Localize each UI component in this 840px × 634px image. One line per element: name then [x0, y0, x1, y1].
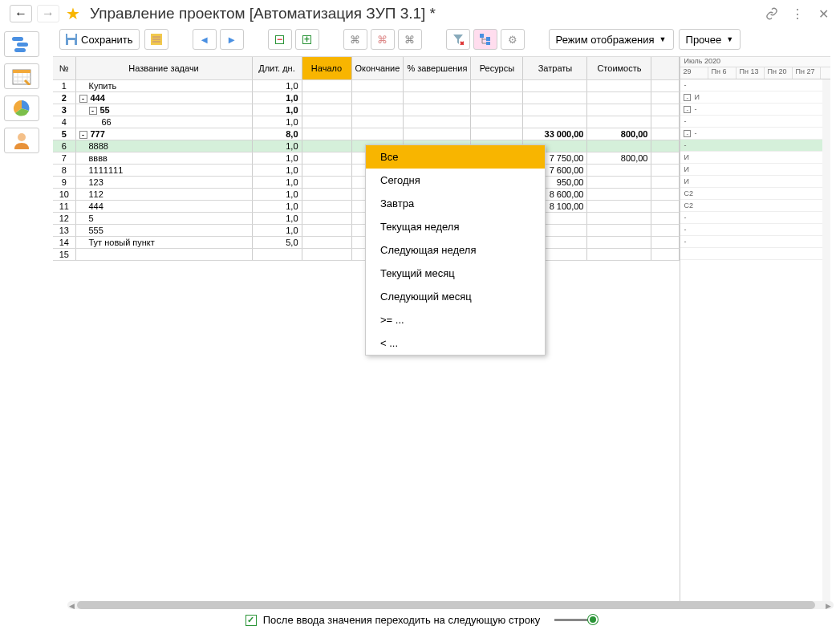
cell-extra[interactable] [651, 79, 680, 91]
gantt-chart[interactable]: Июль 2020 29Пн 6Пн 13Пн 20Пн 27 --И-----… [680, 57, 830, 601]
gantt-row[interactable] [680, 248, 830, 260]
star-icon[interactable]: ★ [64, 5, 82, 22]
cell-start[interactable] [302, 236, 351, 248]
tree-toggle[interactable]: - [79, 95, 87, 103]
col-percent[interactable]: % завершения [404, 57, 471, 79]
cell-price[interactable] [587, 200, 651, 212]
cell-name[interactable]: -55 [75, 104, 252, 116]
cell-duration[interactable]: 1,0 [252, 200, 302, 212]
cell-start[interactable] [302, 128, 351, 140]
col-num[interactable]: № [53, 57, 75, 79]
cell-start[interactable] [302, 140, 351, 152]
col-duration[interactable]: Длит. дн. [252, 57, 302, 79]
cell-price[interactable] [587, 79, 651, 91]
cell-extra[interactable] [651, 164, 680, 176]
side-btn-tasks[interactable] [4, 31, 39, 57]
cell-name[interactable]: 123 [75, 176, 252, 188]
gantt-toggle[interactable]: - [684, 130, 691, 137]
tree-toggle[interactable]: - [79, 131, 87, 139]
cell-name[interactable]: 1111111 [75, 164, 252, 176]
vertical-scrollbar[interactable] [822, 79, 830, 601]
cell-finish[interactable] [351, 128, 404, 140]
gantt-row[interactable]: - [680, 79, 830, 91]
cell-duration[interactable]: 1,0 [252, 224, 302, 236]
expand-button[interactable]: + [295, 29, 319, 50]
cell-price[interactable] [587, 212, 651, 224]
table-row[interactable]: 3-551,0 [53, 104, 680, 116]
display-mode-dropdown[interactable]: Режим отображения ▼ [549, 29, 674, 50]
cell-resources[interactable] [471, 79, 523, 91]
structure-button[interactable] [473, 29, 497, 50]
cell-costs[interactable] [523, 104, 587, 116]
collapse-button[interactable]: − [268, 29, 292, 50]
gantt-row[interactable]: - [680, 116, 830, 128]
cell-start[interactable] [302, 248, 351, 260]
col-finish[interactable]: Окончание [351, 57, 404, 79]
cell-name[interactable]: вввв [75, 152, 252, 164]
arrow-right-button[interactable]: ► [220, 29, 244, 50]
filter-menu-item[interactable]: Все [366, 145, 545, 169]
zoom-slider[interactable] [554, 619, 594, 621]
menu-icon[interactable]: ⋮ [790, 6, 805, 21]
slider-thumb[interactable] [588, 615, 598, 624]
cell-duration[interactable]: 1,0 [252, 212, 302, 224]
cell-name[interactable]: 5 [75, 212, 252, 224]
cell-extra[interactable] [651, 188, 680, 200]
other-dropdown[interactable]: Прочее ▼ [679, 29, 741, 50]
cell-extra[interactable] [651, 176, 680, 188]
cell-start[interactable] [302, 116, 351, 128]
filter-menu-item[interactable]: >= ... [366, 308, 545, 331]
cell-duration[interactable]: 5,0 [252, 236, 302, 248]
side-btn-user[interactable] [4, 128, 39, 153]
cell-duration[interactable] [252, 248, 302, 260]
cell-price[interactable] [587, 91, 651, 104]
cell-extra[interactable] [651, 116, 680, 128]
cell-duration[interactable]: 1,0 [252, 104, 302, 116]
cell-price[interactable] [587, 140, 651, 152]
gantt-row[interactable]: С2 [680, 188, 830, 200]
cell-duration[interactable]: 1,0 [252, 164, 302, 176]
cell-costs[interactable] [523, 79, 587, 91]
horizontal-scrollbar[interactable]: ◀ ▶ [67, 601, 834, 609]
cell-price[interactable] [587, 236, 651, 248]
col-costs[interactable]: Затраты [523, 57, 587, 79]
cell-name[interactable] [75, 248, 252, 260]
cell-duration[interactable]: 8,0 [252, 128, 302, 140]
cell-name[interactable]: -444 [75, 91, 252, 104]
link-add-button[interactable]: ⌘ [343, 29, 367, 50]
cell-percent[interactable] [404, 128, 471, 140]
scroll-thumb[interactable] [77, 601, 815, 609]
notes-button[interactable] [144, 29, 168, 50]
cell-percent[interactable] [404, 104, 471, 116]
cell-extra[interactable] [651, 152, 680, 164]
cell-start[interactable] [302, 152, 351, 164]
gantt-row[interactable]: -- [680, 128, 830, 140]
link-edit-button[interactable]: ⌘ [398, 29, 422, 50]
tree-toggle[interactable]: - [89, 107, 97, 115]
filter-menu-item[interactable]: < ... [366, 331, 545, 355]
cell-price[interactable]: 800,00 [587, 128, 651, 140]
nav-forward-button[interactable]: → [37, 5, 59, 22]
cell-price[interactable] [587, 176, 651, 188]
cell-finish[interactable] [351, 116, 404, 128]
cell-resources[interactable] [471, 104, 523, 116]
col-price[interactable]: Стоимость [587, 57, 651, 79]
cell-costs[interactable] [523, 91, 587, 104]
cell-price[interactable] [587, 116, 651, 128]
gantt-row[interactable]: - [680, 224, 830, 236]
gantt-row[interactable]: -И [680, 91, 830, 104]
gantt-toggle[interactable]: - [684, 106, 691, 113]
gantt-row[interactable]: И [680, 152, 830, 164]
gantt-row[interactable]: И [680, 164, 830, 176]
cell-start[interactable] [302, 176, 351, 188]
cell-price[interactable] [587, 224, 651, 236]
table-row[interactable]: 5-7778,033 000,00800,00 [53, 128, 680, 140]
cell-resources[interactable] [471, 128, 523, 140]
scroll-right-icon[interactable]: ▶ [826, 602, 832, 608]
cell-start[interactable] [302, 164, 351, 176]
cell-duration[interactable]: 1,0 [252, 188, 302, 200]
cell-extra[interactable] [651, 212, 680, 224]
link-icon[interactable] [765, 6, 779, 21]
link-remove-button[interactable]: ⌘ [371, 29, 395, 50]
cell-duration[interactable]: 1,0 [252, 176, 302, 188]
